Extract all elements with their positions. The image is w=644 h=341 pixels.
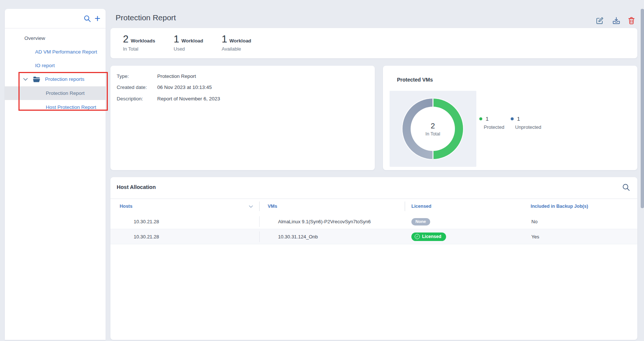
protected-vms-card: Protected VMs 2 In Total 1 Protected 1 xyxy=(383,66,637,170)
column-header-hosts[interactable]: Hosts xyxy=(120,199,133,214)
donut-segment-gap xyxy=(432,98,434,107)
stat-workloads-total: 2 Workloads In Total xyxy=(123,34,155,58)
column-header-vms[interactable]: VMs xyxy=(268,199,277,214)
page-title: Protection Report xyxy=(116,13,176,22)
sidebar-toolbar: + xyxy=(5,9,106,28)
open-folder-icon xyxy=(32,76,41,83)
legend-dot-green xyxy=(479,117,482,120)
stat-workloads-used: 1 Workload Used xyxy=(174,34,203,58)
sidebar-item-label: IO report xyxy=(35,63,55,68)
stat-value: 1 xyxy=(174,34,179,45)
sidebar-item-label: Protection Report xyxy=(46,90,85,96)
export-icon[interactable] xyxy=(612,16,621,25)
detail-value: Protection Report xyxy=(157,73,196,79)
sidebar-item-protection-report[interactable]: Protection Report xyxy=(5,86,106,100)
app-window: + Overview AD VM Performance Report IO r… xyxy=(0,0,644,341)
stat-caption: In Total xyxy=(123,46,155,52)
report-details-card: Type: Protection Report Created date: 06… xyxy=(110,66,375,170)
status-badge-none: None xyxy=(411,218,430,225)
sidebar-item-label: Protection reports xyxy=(45,72,85,86)
sort-chevron-down-icon[interactable] xyxy=(249,204,253,209)
included-cell: Yes xyxy=(531,229,539,244)
host-allocation-card: Host Allocation Hosts VMs Licensed Inclu… xyxy=(110,177,637,340)
legend-item-unprotected: 1 Unprotected xyxy=(511,116,541,130)
plus-icon[interactable]: + xyxy=(93,13,102,24)
status-badge-licensed: ✓ Licensed xyxy=(411,232,446,241)
column-header-licensed[interactable]: Licensed xyxy=(411,199,431,214)
stat-caption: Available xyxy=(222,46,251,52)
detail-label: Type: xyxy=(117,73,156,80)
badge-label: Licensed xyxy=(422,234,441,239)
delete-icon[interactable] xyxy=(627,16,636,25)
legend-count: 1 xyxy=(486,116,489,122)
detail-row-type: Type: Protection Report xyxy=(117,73,196,80)
detail-label: Description: xyxy=(117,96,156,102)
sidebar-item-overview[interactable]: Overview xyxy=(5,31,106,45)
stat-caption: Used xyxy=(174,46,203,52)
column-separator xyxy=(259,202,260,211)
table-row[interactable]: 10.30.21.28 AlmaLinux 9.1(Syn6)-P2Vrecov… xyxy=(110,214,637,229)
licensed-cell: None xyxy=(411,214,430,229)
sidebar-item-protection-reports-folder[interactable]: Protection reports xyxy=(5,72,106,86)
legend-count: 1 xyxy=(517,116,520,122)
included-cell: No xyxy=(531,214,538,229)
stat-unit: Workloads xyxy=(131,38,155,44)
detail-row-description: Description: Report of November 6, 2023 xyxy=(117,96,220,102)
edit-icon[interactable] xyxy=(595,16,604,25)
column-header-included-in-backup-jobs[interactable]: Included in Backup Job(s) xyxy=(531,199,588,214)
detail-value: 06 Nov 2023 at 10:13:45 xyxy=(157,85,212,90)
vm-cell: AlmaLinux 9.1(Syn6)-P2VrecovSyn7toSyn6 xyxy=(278,214,371,229)
host-cell: 10.30.21.28 xyxy=(134,229,159,244)
stat-workloads-available: 1 Workload Available xyxy=(222,34,251,58)
detail-row-created-date: Created date: 06 Nov 2023 at 10:13:45 xyxy=(117,84,212,91)
legend-item-protected: 1 Protected xyxy=(479,116,504,130)
column-separator xyxy=(259,216,260,227)
stat-unit: Workload xyxy=(181,38,203,44)
vertical-scrollbar-thumb[interactable] xyxy=(641,9,644,208)
vertical-scrollbar-track[interactable] xyxy=(641,0,644,341)
stat-unit: Workload xyxy=(229,38,251,44)
detail-label: Created date: xyxy=(117,84,156,91)
legend-label: Unprotected xyxy=(515,124,541,130)
legend-dot-blue xyxy=(511,117,514,120)
workloads-summary-card: 2 Workloads In Total 1 Workload Used 1 W… xyxy=(110,28,637,58)
protected-vms-donut-chart: 2 In Total xyxy=(402,99,463,159)
detail-value: Report of November 6, 2023 xyxy=(157,96,220,101)
sidebar: + Overview AD VM Performance Report IO r… xyxy=(5,9,106,340)
check-circle-icon: ✓ xyxy=(415,234,420,239)
host-cell: 10.30.21.28 xyxy=(134,214,159,229)
donut-segment-gap xyxy=(432,151,434,160)
donut-center: 2 In Total xyxy=(411,107,455,151)
protected-vms-title: Protected VMs xyxy=(397,77,433,83)
stat-value: 1 xyxy=(222,34,227,45)
sidebar-item-label: Host Protection Report xyxy=(46,104,96,110)
stat-value: 2 xyxy=(123,34,129,45)
table-header-row: Hosts VMs Licensed Included in Backup Jo… xyxy=(110,199,637,214)
host-allocation-title: Host Allocation xyxy=(117,184,156,190)
legend-label: Protected xyxy=(484,124,504,130)
table-row[interactable]: 10.30.21.28 10.30.31.124_Onb ✓ Licensed … xyxy=(110,229,637,244)
sidebar-item-host-protection-report[interactable]: Host Protection Report xyxy=(5,100,106,114)
vm-cell: 10.30.31.124_Onb xyxy=(278,229,318,244)
column-separator xyxy=(259,231,260,242)
column-separator xyxy=(405,202,405,211)
donut-chart-panel: 2 In Total xyxy=(390,91,476,167)
sidebar-item-label: Overview xyxy=(24,35,45,41)
search-icon[interactable] xyxy=(622,183,630,191)
sidebar-item-io-report[interactable]: IO report xyxy=(5,59,106,72)
sidebar-item-label: AD VM Performance Report xyxy=(35,49,97,55)
chevron-down-icon[interactable] xyxy=(23,77,28,82)
donut-total-label: In Total xyxy=(425,131,440,137)
licensed-cell: ✓ Licensed xyxy=(411,229,446,244)
sidebar-item-ad-vm-performance-report[interactable]: AD VM Performance Report xyxy=(5,45,106,59)
search-icon[interactable] xyxy=(84,15,91,22)
donut-total-value: 2 xyxy=(431,121,435,130)
